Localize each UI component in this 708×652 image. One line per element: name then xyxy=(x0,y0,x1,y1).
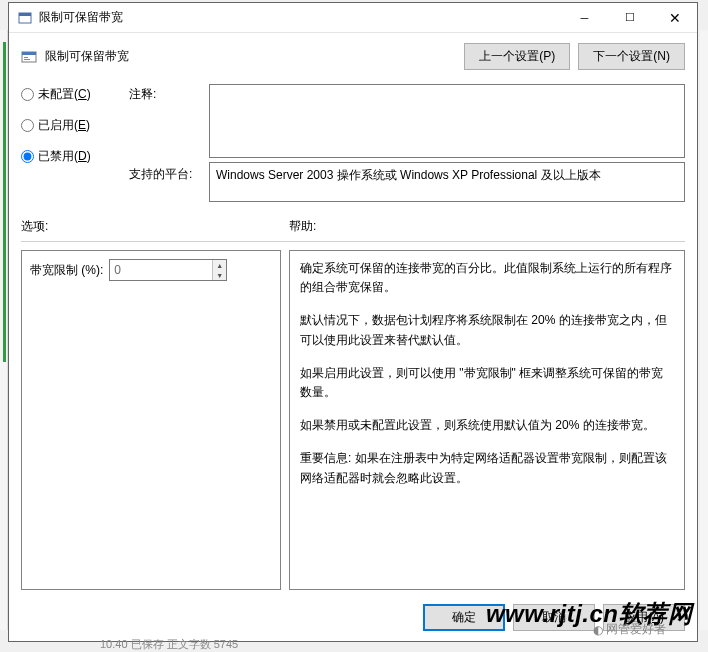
ok-button[interactable]: 确定 xyxy=(423,604,505,631)
field-column: Windows Server 2003 操作系统或 Windows XP Pro… xyxy=(209,84,685,202)
radio-not-configured-label: 未配置(C) xyxy=(38,86,91,103)
cancel-button[interactable]: 取消 xyxy=(513,604,595,631)
bandwidth-limit-spinner[interactable]: ▲ ▼ xyxy=(109,259,227,281)
radio-disabled[interactable]: 已禁用(D) xyxy=(21,148,121,165)
svg-rect-3 xyxy=(22,52,36,55)
help-p5: 重要信息: 如果在注册表中为特定网络适配器设置带宽限制，则配置该网络适配器时就会… xyxy=(300,449,674,487)
prev-setting-button[interactable]: 上一个设置(P) xyxy=(464,43,570,70)
window-title: 限制可保留带宽 xyxy=(39,9,562,26)
radio-enabled-input[interactable] xyxy=(21,119,34,132)
help-p4: 如果禁用或未配置此设置，则系统使用默认值为 20% 的连接带宽。 xyxy=(300,416,674,435)
help-p3: 如果启用此设置，则可以使用 "带宽限制" 框来调整系统可保留的带宽数量。 xyxy=(300,364,674,402)
radio-enabled[interactable]: 已启用(E) xyxy=(21,117,121,134)
spinner-down[interactable]: ▼ xyxy=(213,270,226,280)
help-p2: 默认情况下，数据包计划程序将系统限制在 20% 的连接带宽之内，但可以使用此设置… xyxy=(300,311,674,349)
radio-not-configured-input[interactable] xyxy=(21,88,34,101)
close-button[interactable]: ✕ xyxy=(652,3,697,32)
body-row: 带宽限制 (%): ▲ ▼ 确定系统可保留的连接带宽的百分比。此值限制系统上运行… xyxy=(9,242,697,598)
options-heading: 选项: xyxy=(21,218,289,235)
radio-disabled-label: 已禁用(D) xyxy=(38,148,91,165)
options-panel: 带宽限制 (%): ▲ ▼ xyxy=(21,250,281,590)
svg-rect-4 xyxy=(24,57,28,58)
mid-labels: 选项: 帮助: xyxy=(9,210,697,241)
help-p1: 确定系统可保留的连接带宽的百分比。此值限制系统上运行的所有程序的组合带宽保留。 xyxy=(300,259,674,297)
platform-label: 支持的平台: xyxy=(129,164,201,183)
minimize-button[interactable]: ─ xyxy=(562,3,607,32)
titlebar: 限制可保留带宽 ─ ☐ ✕ xyxy=(9,3,697,33)
next-setting-label: 下一个设置(N) xyxy=(593,49,670,63)
radio-enabled-label: 已启用(E) xyxy=(38,117,90,134)
svg-rect-1 xyxy=(19,13,31,16)
config-area: 未配置(C) 已启用(E) 已禁用(D) 注释: 支持的平台: Windows … xyxy=(9,84,697,210)
background-fragment-right xyxy=(700,30,708,630)
comment-input[interactable] xyxy=(209,84,685,158)
header-title: 限制可保留带宽 xyxy=(45,48,456,65)
prev-setting-label: 上一个设置(P) xyxy=(479,49,555,63)
spinner-up[interactable]: ▲ xyxy=(213,260,226,270)
svg-rect-5 xyxy=(24,59,30,60)
bandwidth-limit-label: 带宽限制 (%): xyxy=(30,259,103,279)
window-controls: ─ ☐ ✕ xyxy=(562,3,697,32)
maximize-button[interactable]: ☐ xyxy=(607,3,652,32)
apply-label: 应用(A) xyxy=(624,610,664,624)
bandwidth-limit-input[interactable] xyxy=(110,260,212,280)
radio-disabled-input[interactable] xyxy=(21,150,34,163)
footer: 确定 取消 应用(A) xyxy=(9,598,697,641)
help-panel: 确定系统可保留的连接带宽的百分比。此值限制系统上运行的所有程序的组合带宽保留。 … xyxy=(289,250,685,590)
header-row: 限制可保留带宽 上一个设置(P) 下一个设置(N) xyxy=(9,33,697,84)
background-green-bar xyxy=(3,42,6,362)
window-icon xyxy=(17,10,33,26)
help-heading: 帮助: xyxy=(289,218,685,235)
spinner-arrows: ▲ ▼ xyxy=(212,260,226,280)
comment-label: 注释: xyxy=(129,84,201,164)
platform-box: Windows Server 2003 操作系统或 Windows XP Pro… xyxy=(209,162,685,202)
bottom-fragment: 10.40 已保存 正文字数 5745 xyxy=(100,637,238,652)
radio-column: 未配置(C) 已启用(E) 已禁用(D) xyxy=(21,84,121,202)
next-setting-button[interactable]: 下一个设置(N) xyxy=(578,43,685,70)
apply-button[interactable]: 应用(A) xyxy=(603,604,685,631)
label-column: 注释: 支持的平台: xyxy=(129,84,201,202)
dialog-window: 限制可保留带宽 ─ ☐ ✕ 限制可保留带宽 上一个设置(P) 下一个设置(N) … xyxy=(8,2,698,642)
policy-icon xyxy=(21,49,37,65)
radio-not-configured[interactable]: 未配置(C) xyxy=(21,86,121,103)
